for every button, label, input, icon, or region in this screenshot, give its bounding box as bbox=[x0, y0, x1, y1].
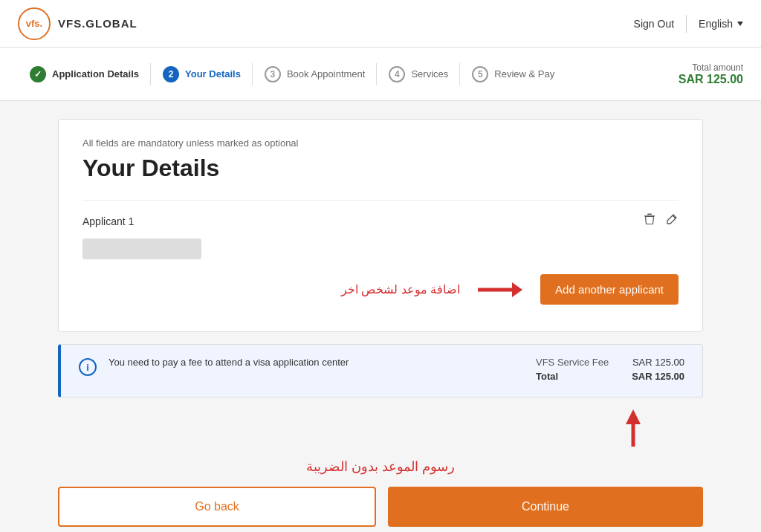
svg-rect-1 bbox=[647, 214, 652, 215]
fee-annotation-area bbox=[58, 409, 703, 452]
total-label: Total bbox=[536, 371, 558, 382]
sign-out-button[interactable]: Sign Out bbox=[634, 18, 674, 30]
your-details-card: All fields are mandatory unless marked a… bbox=[58, 119, 703, 332]
step-icon-3: 3 bbox=[265, 66, 281, 82]
step-label-3: Book Appointment bbox=[287, 68, 366, 80]
step-label-5: Review & Pay bbox=[494, 68, 554, 80]
step-application-details[interactable]: ✓ Application Details bbox=[18, 66, 151, 82]
right-arrow-icon bbox=[478, 279, 522, 300]
fee-section-card: i You need to pay a fee to attend a visa… bbox=[58, 344, 703, 398]
header-right: Sign Out English bbox=[634, 15, 743, 33]
step-label-1: Application Details bbox=[52, 68, 139, 80]
step-icon-4: 4 bbox=[389, 66, 405, 82]
page-title: Your Details bbox=[82, 155, 679, 182]
total-amount-display: Total amount SAR 125.00 bbox=[679, 62, 743, 86]
language-selector[interactable]: English bbox=[699, 18, 743, 30]
header-divider bbox=[686, 15, 687, 33]
service-fee-value: SAR 125.00 bbox=[632, 357, 684, 368]
action-buttons: Go back Continue bbox=[58, 487, 703, 527]
edit-applicant-button[interactable] bbox=[665, 213, 679, 230]
step-icon-5: 5 bbox=[472, 66, 488, 82]
applicant-blurred-data bbox=[82, 239, 201, 259]
total-amount-label: Total amount bbox=[679, 62, 743, 73]
main-content: All fields are mandatory unless marked a… bbox=[46, 119, 715, 527]
continue-button[interactable]: Continue bbox=[388, 487, 703, 527]
step-label-4: Services bbox=[411, 68, 448, 80]
annotation-arabic-text: اضافة موعد لشخص اخر bbox=[341, 282, 460, 296]
fee-table: VFS Service Fee SAR 125.00 Total SAR 125… bbox=[536, 357, 684, 385]
step-label-2: Your Details bbox=[185, 68, 241, 80]
svg-marker-3 bbox=[512, 282, 522, 297]
progress-bar: ✓ Application Details 2 Your Details 3 B… bbox=[0, 48, 761, 101]
service-fee-label: VFS Service Fee bbox=[536, 357, 609, 368]
info-icon: i bbox=[79, 358, 97, 376]
step-icon-1: ✓ bbox=[30, 66, 46, 82]
step-services[interactable]: 4 Services bbox=[377, 66, 460, 82]
logo-text: VFS.GLOBAL bbox=[58, 17, 137, 30]
mandatory-note: All fields are mandatory unless marked a… bbox=[82, 137, 679, 149]
fee-total-row: Total SAR 125.00 bbox=[536, 371, 684, 382]
step-your-details[interactable]: 2 Your Details bbox=[151, 66, 253, 82]
applicant-actions bbox=[643, 213, 679, 230]
step-icon-2: 2 bbox=[163, 66, 179, 82]
chevron-down-icon bbox=[737, 22, 743, 26]
language-label: English bbox=[699, 18, 733, 30]
add-applicant-button[interactable]: Add another applicant bbox=[540, 274, 679, 305]
applicant-section: Applicant 1 bbox=[82, 200, 679, 259]
delete-applicant-button[interactable] bbox=[643, 213, 656, 230]
steps-container: ✓ Application Details 2 Your Details 3 B… bbox=[18, 66, 566, 82]
bottom-annotation: رسوم الموعد بدون الضريبة bbox=[58, 458, 703, 475]
logo-icon: vfs. bbox=[18, 7, 51, 40]
fee-message: You need to pay a fee to attend a visa a… bbox=[109, 357, 524, 368]
logo-area: vfs. VFS.GLOBAL bbox=[18, 7, 137, 40]
total-amount-value: SAR 125.00 bbox=[679, 73, 743, 86]
total-value: SAR 125.00 bbox=[632, 371, 684, 382]
applicant-label: Applicant 1 bbox=[82, 215, 134, 227]
up-arrow-icon bbox=[623, 409, 644, 452]
step-review-pay[interactable]: 5 Review & Pay bbox=[460, 66, 566, 82]
header: vfs. VFS.GLOBAL Sign Out English bbox=[0, 0, 761, 48]
fee-service-row: VFS Service Fee SAR 125.00 bbox=[536, 357, 684, 368]
add-applicant-area: اضافة موعد لشخص اخر Add another applican… bbox=[82, 259, 679, 314]
step-book-appointment[interactable]: 3 Book Appointment bbox=[253, 66, 378, 82]
go-back-button[interactable]: Go back bbox=[58, 487, 376, 527]
svg-marker-5 bbox=[626, 409, 641, 424]
applicant-header: Applicant 1 bbox=[82, 213, 679, 230]
